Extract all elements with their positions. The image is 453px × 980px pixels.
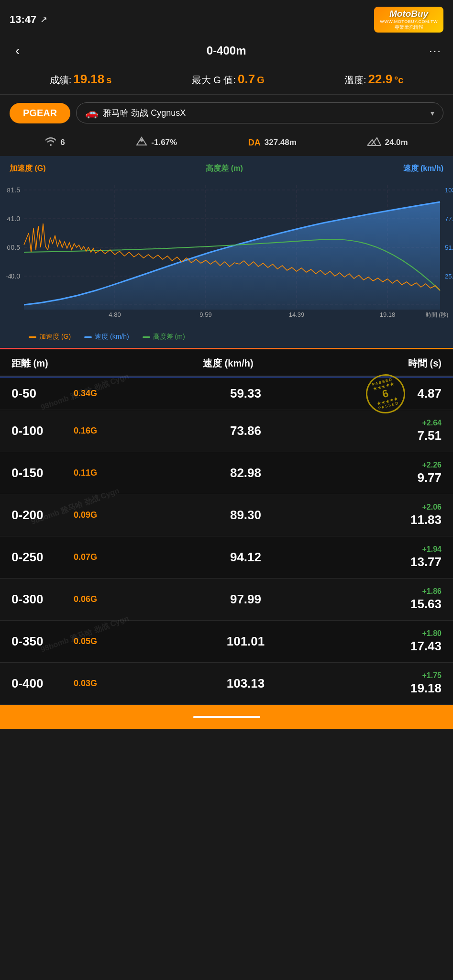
status-time: 13:47	[10, 13, 36, 26]
svg-text:-4: -4	[6, 273, 11, 280]
svg-text:9.59: 9.59	[199, 311, 211, 318]
g-value: 0.05G	[74, 636, 97, 646]
vehicle-name: 雅马哈 劲战 CygnusX	[103, 107, 186, 119]
distance-value: 0-150	[11, 466, 69, 480]
g-value: 0.11G	[74, 468, 97, 478]
legend-speed: 速度 (km/h)	[84, 333, 129, 341]
col-header-distance: 距離 (m)	[11, 357, 48, 370]
time-value: 9.77	[417, 470, 442, 485]
g-value: 0.07G	[74, 552, 97, 562]
distance-col: 0-300 0.06G	[11, 592, 98, 607]
time-diff: +2.06	[422, 503, 442, 512]
time-diff: +1.86	[422, 587, 442, 596]
table-rows-container: 98bomb 雅马哈 劲战 Cygn PASSED ★★★★★ 6 ★★★★★ …	[0, 378, 453, 705]
table-row: 98bomb 雅马哈 劲战 Cygn 0-200 0.09G 89.30 +2.…	[0, 494, 453, 536]
time-diff: +2.64	[422, 419, 442, 427]
distance-value: 0-300	[11, 592, 69, 607]
status-bar: 13:47 ↗ MotoBuy WWW.MOTOBUY.COM.TW 專業摩托情…	[0, 0, 453, 36]
distance-col: 0-150 0.11G	[11, 466, 98, 480]
pgear-button[interactable]: PGEAR	[10, 103, 70, 123]
motobuy-logo: MotoBuy WWW.MOTOBUY.COM.TW 專業摩托情報	[374, 7, 443, 33]
time-col: +2.26 9.77	[394, 461, 442, 485]
pgear-row: PGEAR 🚗 雅马哈 劲战 CygnusX ▾	[0, 95, 453, 131]
time-diff: +1.80	[422, 629, 442, 638]
legend-speed-label: 速度 (km/h)	[95, 333, 129, 341]
temp-stat: 溫度: 22.9 °c	[344, 72, 403, 87]
data-table: 距離 (m) 速度 (km/h) 時間 (s) 98bomb 雅马哈 劲战 Cy…	[0, 349, 453, 705]
page-title: 0-400m	[207, 44, 246, 57]
info-row: 6 -1.67% DA 327.48m 24.0m	[0, 131, 453, 156]
g-value: 0.03G	[74, 679, 97, 689]
svg-text:時間 (秒): 時間 (秒)	[426, 312, 448, 318]
speed-label: 速度 (km/h)	[403, 164, 443, 174]
speed-value: 97.99	[98, 592, 394, 607]
time-col: +1.75 19.18	[394, 671, 442, 696]
accel-label: 加速度 (G)	[10, 164, 46, 174]
back-button[interactable]: ‹	[11, 41, 23, 60]
legend-height: 高度差 (m)	[143, 333, 185, 341]
g-stat: 最大 G 值: 0.7 G	[192, 72, 265, 87]
distance-value: 0-250	[11, 550, 69, 565]
svg-text:4: 4	[7, 215, 10, 223]
header-nav: ‹ 0-400m ···	[0, 36, 453, 67]
distance-col: 0-400 0.03G	[11, 676, 98, 691]
speed-value: 73.86	[98, 423, 394, 438]
svg-text:103.4: 103.4	[445, 187, 453, 194]
table-row: 98bomb 雅马哈 劲战 Cygn PASSED ★★★★★ 6 ★★★★★ …	[0, 378, 453, 410]
col-header-speed: 速度 (km/h)	[203, 357, 254, 370]
legend-accel-label: 加速度 (G)	[39, 333, 71, 341]
chart-legend: 加速度 (G) 速度 (km/h) 高度差 (m)	[0, 329, 453, 348]
time-value: 19.18	[410, 681, 442, 696]
altitude-info: 24.0m	[367, 136, 408, 149]
speed-value: 101.01	[98, 634, 394, 649]
time-col: +1.94 13.77	[394, 545, 442, 569]
speed-value: 103.13	[98, 676, 394, 691]
time-value: 4.87	[417, 386, 442, 401]
slope-icon	[136, 136, 147, 149]
svg-text:0.0: 0.0	[11, 272, 21, 280]
distance-col: 0-100 0.16G	[11, 423, 98, 438]
distance-col: 0-200 0.09G	[11, 508, 98, 523]
svg-text:25.8: 25.8	[445, 273, 453, 280]
svg-text:14.39: 14.39	[289, 311, 305, 318]
home-indicator[interactable]	[193, 716, 260, 718]
svg-text:1.5: 1.5	[11, 186, 21, 194]
height-label: 高度差 (m)	[206, 164, 243, 174]
table-row: 0-300 0.06G 97.99 +1.86 15.63	[0, 579, 453, 621]
time-col: +1.80 17.43	[394, 629, 442, 654]
da-info: DA 327.48m	[248, 138, 297, 148]
g-value: 0.34G	[74, 389, 97, 399]
speed-value: 94.12	[98, 550, 394, 565]
time-col: +2.06 11.83	[394, 503, 442, 527]
speed-value: 82.98	[98, 466, 394, 480]
time-diff: +1.94	[422, 545, 442, 554]
distance-value: 0-100	[11, 423, 69, 438]
wifi-info: 6	[45, 136, 65, 149]
vehicle-selector[interactable]: 🚗 雅马哈 劲战 CygnusX ▾	[76, 102, 443, 123]
distance-col: 0-350 0.05G	[11, 634, 98, 649]
svg-text:4.80: 4.80	[109, 311, 121, 318]
chart-svg-wrapper: 1.5 1.0 0.5 0.0 8 4 0 -4 103.4 77.5 51.7…	[0, 176, 453, 329]
svg-marker-2	[371, 138, 381, 145]
chart-area: 加速度 (G) 高度差 (m) 速度 (km/h) 1.5 1.0 0.5 0.…	[0, 156, 453, 348]
location-icon: ↗	[40, 14, 47, 25]
legend-speed-dot	[84, 336, 92, 338]
result-stat: 成績: 19.18 s	[50, 72, 112, 87]
time-value: 13.77	[410, 555, 442, 569]
distance-col: 0-250 0.07G	[11, 550, 98, 565]
svg-point-1	[140, 139, 143, 142]
time-diff: +2.26	[422, 461, 442, 469]
chart-labels: 加速度 (G) 高度差 (m) 速度 (km/h)	[0, 164, 453, 176]
time-value: 15.63	[410, 597, 442, 612]
mountain-icon	[367, 136, 381, 149]
table-row: 98bomb 雅马哈 劲战 Cygn 0-350 0.05G 101.01 +1…	[0, 621, 453, 663]
distance-value: 0-200	[11, 508, 69, 523]
svg-text:0: 0	[7, 244, 10, 251]
time-col: +1.86 15.63	[394, 587, 442, 612]
distance-col: 0-50 0.34G	[11, 386, 98, 401]
g-value: 0.16G	[74, 426, 97, 436]
speed-value: 59.33	[98, 386, 394, 401]
more-button[interactable]: ···	[429, 44, 442, 57]
time-col: +2.64 7.51	[394, 419, 442, 443]
stats-row: 成績: 19.18 s 最大 G 值: 0.7 G 溫度: 22.9 °c	[0, 67, 453, 95]
